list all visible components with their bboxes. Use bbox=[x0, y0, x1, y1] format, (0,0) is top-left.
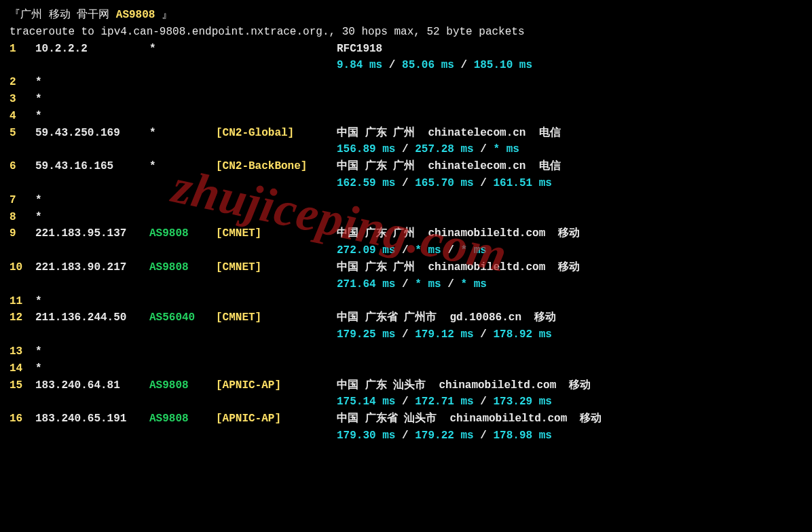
latency-separator: / bbox=[395, 396, 415, 408]
hop-latency: 172.71 ms bbox=[415, 396, 473, 408]
hop-network: [CN2-BackBone] bbox=[216, 158, 337, 175]
hop-number: 15 bbox=[10, 377, 35, 394]
hop-line: 559.43.250.169*[CN2-Global]中国 广东 广州 chin… bbox=[10, 125, 802, 142]
hop-latency: * ms bbox=[493, 143, 519, 155]
hop-ip-star: * bbox=[35, 76, 42, 88]
hop-line: 14* bbox=[10, 360, 802, 377]
hop-location: 中国 广东 广州 chinatelecom.cn 电信 bbox=[337, 127, 561, 139]
hop-line: 7* bbox=[10, 192, 802, 209]
hop-number: 1 bbox=[10, 41, 35, 58]
hop-number: 8 bbox=[10, 209, 35, 226]
hop-row: 16183.240.65.191AS9808[APNIC-AP]中国 广东省 汕… bbox=[10, 411, 802, 444]
hop-ip-star: * bbox=[35, 362, 42, 375]
hop-number: 11 bbox=[10, 293, 35, 310]
hop-number: 2 bbox=[10, 74, 35, 91]
hop-row: 12211.136.244.50AS56040[CMNET]中国 广东省 广州市… bbox=[10, 309, 802, 343]
hop-row: 15183.240.64.81AS9808[APNIC-AP]中国 广东 汕头市… bbox=[10, 377, 802, 411]
hop-latency: 178.98 ms bbox=[493, 430, 551, 442]
hop-line: 659.43.16.165*[CN2-BackBone]中国 广东 广州 chi… bbox=[10, 158, 802, 175]
hop-latency: 179.22 ms bbox=[415, 430, 473, 442]
hop-ip-star: * bbox=[35, 345, 42, 358]
hop-latency: 272.09 ms bbox=[337, 244, 395, 256]
latency-separator: / bbox=[474, 177, 494, 189]
latency-separator: / bbox=[474, 430, 494, 442]
hop-latency: * ms bbox=[415, 278, 441, 290]
hop-latency: 156.89 ms bbox=[337, 143, 395, 155]
hop-asn: * bbox=[149, 125, 216, 142]
hop-number: 6 bbox=[10, 158, 35, 175]
title-open: 『 bbox=[10, 9, 20, 21]
hop-line: 3* bbox=[10, 91, 802, 108]
hop-latency: * ms bbox=[460, 244, 486, 256]
hop-location: 中国 广东 汕头市 chinamobileltd.com 移动 bbox=[337, 379, 591, 392]
hop-ip-star: * bbox=[35, 93, 42, 105]
hop-latency: 85.06 ms bbox=[402, 59, 454, 71]
hop-latency: 165.70 ms bbox=[415, 177, 473, 189]
hop-asn: AS9808 bbox=[149, 411, 216, 428]
hop-row: 10221.183.90.217AS9808[CMNET]中国 广东 广州 ch… bbox=[10, 259, 802, 293]
hop-ip: 211.136.244.50 bbox=[35, 309, 149, 326]
hop-latency: 179.25 ms bbox=[337, 328, 395, 341]
hop-number: 3 bbox=[10, 91, 35, 108]
hop-row: 4* bbox=[10, 108, 802, 125]
hop-ip-star: * bbox=[35, 295, 42, 307]
latency-separator: / bbox=[395, 328, 415, 341]
hop-line: 110.2.2.2*RFC1918 bbox=[10, 41, 802, 58]
hop-latency: 179.12 ms bbox=[415, 328, 473, 341]
hop-row: 559.43.250.169*[CN2-Global]中国 广东 广州 chin… bbox=[10, 125, 802, 159]
hop-latency: 9.84 ms bbox=[337, 59, 382, 71]
hop-number: 14 bbox=[10, 360, 35, 377]
hop-ip-star: * bbox=[35, 194, 42, 206]
hop-line: 16183.240.65.191AS9808[APNIC-AP]中国 广东省 汕… bbox=[10, 411, 802, 428]
hop-latency: * ms bbox=[415, 244, 441, 256]
hop-line: 4* bbox=[10, 108, 802, 125]
hop-row: 13* bbox=[10, 343, 802, 360]
hop-line: 2* bbox=[10, 74, 802, 91]
hop-location: RFC1918 bbox=[337, 43, 382, 55]
hop-latency-line: 271.64 ms / * ms / * ms bbox=[10, 276, 802, 293]
hop-row: 659.43.16.165*[CN2-BackBone]中国 广东 广州 chi… bbox=[10, 158, 802, 192]
hop-row: 9221.183.95.137AS9808[CMNET]中国 广东 广州 chi… bbox=[10, 225, 802, 259]
hop-number: 7 bbox=[10, 192, 35, 209]
hop-latency-line: 156.89 ms / 257.28 ms / * ms bbox=[10, 141, 802, 158]
hop-number: 10 bbox=[10, 259, 35, 276]
hop-row: 7* bbox=[10, 192, 802, 209]
hop-location: 中国 广东 广州 chinamobileltd.com 移动 bbox=[337, 227, 580, 240]
title-line: 『广州 移动 骨干网 AS9808 』 bbox=[10, 7, 802, 24]
hop-latency-line: 175.14 ms / 172.71 ms / 173.29 ms bbox=[10, 394, 802, 411]
hop-location: 中国 广东 广州 chinamobileltd.com 移动 bbox=[337, 261, 580, 273]
traceroute-header: traceroute to ipv4.can-9808.endpoint.nxt… bbox=[10, 24, 802, 41]
hop-latency-line: 162.59 ms / 165.70 ms / 161.51 ms bbox=[10, 175, 802, 192]
hop-latency: 257.28 ms bbox=[415, 143, 473, 155]
hop-asn: AS9808 bbox=[149, 259, 216, 276]
latency-separator: / bbox=[395, 244, 415, 256]
hop-list: 110.2.2.2*RFC19189.84 ms / 85.06 ms / 18… bbox=[10, 41, 802, 444]
hop-latency-line: 272.09 ms / * ms / * ms bbox=[10, 242, 802, 259]
hop-line: 15183.240.64.81AS9808[APNIC-AP]中国 广东 汕头市… bbox=[10, 377, 802, 394]
hop-network: [CMNET] bbox=[216, 225, 337, 242]
hop-row: 3* bbox=[10, 91, 802, 108]
hop-latency-line: 179.30 ms / 179.22 ms / 178.98 ms bbox=[10, 428, 802, 444]
latency-separator: / bbox=[395, 177, 415, 189]
hop-latency: 162.59 ms bbox=[337, 177, 395, 189]
hop-row: 110.2.2.2*RFC19189.84 ms / 85.06 ms / 18… bbox=[10, 41, 802, 75]
hop-ip: 59.43.250.169 bbox=[35, 125, 149, 142]
hop-ip: 221.183.95.137 bbox=[35, 225, 149, 242]
hop-ip: 183.240.64.81 bbox=[35, 377, 149, 394]
hop-network: [APNIC-AP] bbox=[216, 377, 337, 394]
hop-line: 13* bbox=[10, 343, 802, 360]
hop-network: [CN2-Global] bbox=[216, 125, 337, 142]
hop-ip: 10.2.2.2 bbox=[35, 41, 149, 58]
hop-latency: 173.29 ms bbox=[493, 396, 551, 408]
latency-separator: / bbox=[474, 396, 494, 408]
hop-ip: 183.240.65.191 bbox=[35, 411, 149, 428]
hop-location: 中国 广东省 汕头市 chinamobileltd.com 移动 bbox=[337, 413, 602, 425]
hop-latency: * ms bbox=[460, 278, 486, 290]
latency-separator: / bbox=[454, 59, 474, 71]
title-text: 广州 移动 骨干网 bbox=[20, 9, 116, 21]
hop-network: [CMNET] bbox=[216, 309, 337, 326]
hop-latency-line: 9.84 ms / 85.06 ms / 185.10 ms bbox=[10, 57, 802, 74]
hop-ip-star: * bbox=[35, 110, 42, 122]
hop-number: 9 bbox=[10, 225, 35, 242]
hop-row: 11* bbox=[10, 293, 802, 310]
